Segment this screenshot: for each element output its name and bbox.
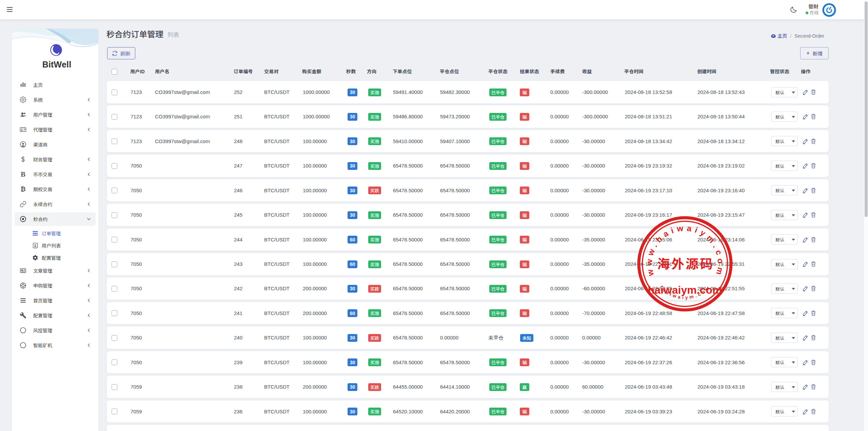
svg-text:海外源码: 海外源码 bbox=[657, 254, 714, 272]
svg-text:haiwaiym.com: haiwaiym.com bbox=[648, 284, 722, 296]
